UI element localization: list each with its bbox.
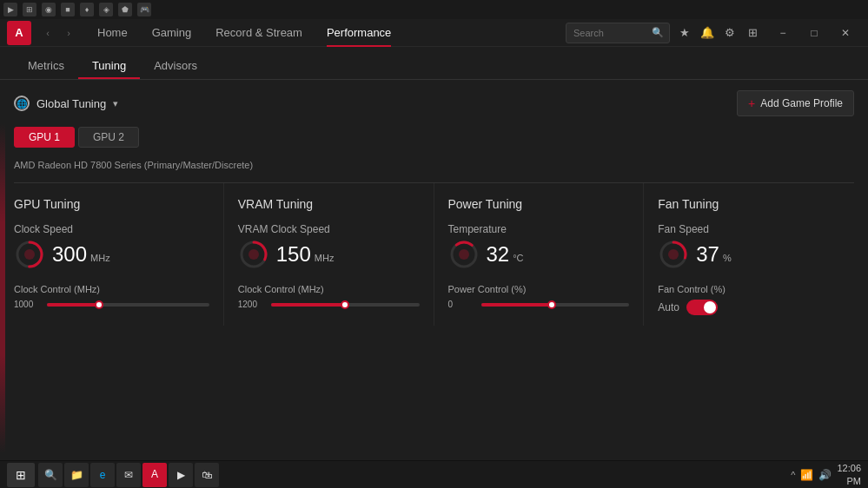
power-control-slider-thumb[interactable] bbox=[547, 300, 556, 309]
gpu-clock-unit: MHz bbox=[90, 253, 110, 263]
taskbar-app-amd[interactable]: A bbox=[142, 463, 167, 487]
gpu-clock-speed-row: 300 MHz bbox=[14, 239, 209, 270]
gpu-clock-slider-min: 1000 bbox=[14, 300, 42, 309]
chevron-down-icon: ▾ bbox=[113, 98, 118, 109]
nav-gaming[interactable]: Gaming bbox=[140, 19, 204, 47]
fan-toggle-row: Auto bbox=[658, 300, 840, 315]
power-temp-gauge bbox=[448, 239, 480, 270]
fan-auto-label: Auto bbox=[658, 301, 679, 313]
fan-tuning-section: Fan Tuning Fan Speed 37 % bbox=[644, 183, 854, 326]
taskbar-app-files[interactable]: 📁 bbox=[64, 463, 89, 487]
sub-nav: Metrics Tuning Advisors bbox=[0, 47, 868, 80]
power-temp-label: Temperature bbox=[448, 223, 630, 235]
settings-icon[interactable]: ⚙ bbox=[720, 23, 739, 43]
vram-clock-slider-min: 1200 bbox=[238, 300, 266, 309]
top-icon-8: 🎮 bbox=[137, 3, 151, 16]
power-control-slider-min: 0 bbox=[448, 300, 476, 309]
search-box[interactable]: 🔍 bbox=[566, 23, 670, 43]
top-icon-2: ⊞ bbox=[23, 3, 36, 16]
system-clock: 12:06 PM bbox=[837, 462, 861, 487]
gpu-tab-2[interactable]: GPU 2 bbox=[78, 127, 139, 148]
scroll-accent bbox=[0, 123, 5, 453]
vram-clock-control-row: Clock Control (MHz) bbox=[238, 284, 420, 294]
fan-speed-label: Fan Speed bbox=[658, 223, 840, 235]
gpu-tuning-section: GPU Tuning Clock Speed 300 MHz bbox=[14, 183, 224, 326]
vram-tuning-section: VRAM Tuning VRAM Clock Speed 150 MHz bbox=[224, 183, 434, 326]
top-icon-7: ⬟ bbox=[118, 3, 132, 16]
vram-clock-value: 150 bbox=[276, 244, 311, 265]
power-control-slider-fill bbox=[481, 303, 553, 307]
vram-clock-slider-track[interactable] bbox=[271, 303, 420, 307]
vram-clock-speed-label: VRAM Clock Speed bbox=[238, 223, 420, 235]
vram-tuning-title: VRAM Tuning bbox=[238, 197, 420, 211]
fan-speed-value: 37 bbox=[696, 244, 719, 265]
toolbar-icons: ★ 🔔 ⚙ ⊞ bbox=[675, 23, 762, 43]
vram-clock-slider-fill bbox=[271, 303, 345, 307]
fan-control-toggle[interactable] bbox=[686, 300, 718, 315]
gpu-name-label: AMD Radeon HD 7800 Series (Primary/Maste… bbox=[14, 160, 854, 170]
search-input[interactable] bbox=[573, 28, 652, 38]
power-control-label: Power Control (%) bbox=[448, 284, 527, 294]
add-game-profile-button[interactable]: + Add Game Profile bbox=[737, 90, 854, 116]
top-icon-1: ▶ bbox=[3, 3, 17, 16]
bookmark-icon[interactable]: ★ bbox=[675, 23, 694, 43]
global-tuning-label: Global Tuning bbox=[36, 97, 106, 110]
subnav-advisors[interactable]: Advisors bbox=[140, 59, 211, 79]
gpu-clock-control-label: Clock Control (MHz) bbox=[14, 284, 100, 294]
minimize-button[interactable]: − bbox=[767, 21, 798, 45]
power-control-row: Power Control (%) bbox=[448, 284, 630, 294]
power-tuning-title: Power Tuning bbox=[448, 197, 630, 211]
gpu-clock-slider-container[interactable]: 1000 bbox=[14, 300, 209, 309]
clock-time: 12:06 bbox=[837, 462, 861, 474]
power-control-slider-track[interactable] bbox=[481, 303, 630, 307]
svg-point-8 bbox=[459, 249, 469, 260]
subnav-metrics[interactable]: Metrics bbox=[14, 59, 78, 79]
nav-home[interactable]: Home bbox=[85, 19, 140, 47]
taskbar-app-media[interactable]: ▶ bbox=[169, 463, 193, 487]
taskbar-apps: 🔍 📁 e ✉ A ▶ 🛍 bbox=[38, 463, 787, 487]
maximize-button[interactable]: □ bbox=[798, 21, 830, 45]
vram-clock-slider-thumb[interactable] bbox=[341, 300, 349, 309]
nav-record-stream[interactable]: Record & Stream bbox=[203, 19, 315, 47]
gpu-clock-slider-thumb[interactable] bbox=[95, 300, 103, 309]
power-temp-row: 32 °C bbox=[448, 239, 630, 270]
taskbar-app-mail[interactable]: ✉ bbox=[116, 463, 141, 487]
start-button[interactable]: ⊞ bbox=[7, 463, 35, 487]
notification-icon[interactable]: 🔔 bbox=[698, 23, 717, 43]
subnav-tuning[interactable]: Tuning bbox=[78, 59, 140, 79]
power-temp-value: 32 bbox=[487, 244, 510, 265]
global-tuning-selector[interactable]: 🌐 Global Tuning ▾ bbox=[14, 96, 118, 111]
svg-point-11 bbox=[668, 249, 679, 260]
tray-icon-volume: 🔊 bbox=[818, 469, 832, 481]
power-control-slider-container[interactable]: 0 bbox=[448, 300, 630, 309]
fan-speed-row: 37 % bbox=[658, 239, 840, 270]
top-icon-4: ■ bbox=[61, 3, 75, 16]
taskbar-bottom: ⊞ 🔍 📁 e ✉ A ▶ 🛍 ^ 📶 🔊 12:06 PM bbox=[0, 460, 868, 488]
taskbar-app-search[interactable]: 🔍 bbox=[38, 463, 63, 487]
grid-icon[interactable]: ⊞ bbox=[743, 23, 762, 43]
fan-speed-unit: % bbox=[723, 253, 732, 263]
gpu-clock-slider-fill bbox=[47, 303, 99, 307]
close-button[interactable]: ✕ bbox=[830, 21, 861, 45]
svg-point-5 bbox=[248, 249, 259, 260]
top-icon-3: ◉ bbox=[42, 3, 56, 16]
clock-ampm: PM bbox=[837, 475, 861, 487]
gpu-clock-slider-track[interactable] bbox=[47, 303, 209, 307]
fan-control-label-row: Fan Control (%) bbox=[658, 284, 840, 294]
tuning-grid: GPU Tuning Clock Speed 300 MHz bbox=[14, 182, 854, 326]
nav-back-button[interactable]: ‹ bbox=[38, 23, 57, 43]
top-icon-5: ♦ bbox=[80, 3, 94, 16]
nav-forward-button[interactable]: › bbox=[59, 23, 78, 43]
fan-control-label: Fan Control (%) bbox=[658, 284, 726, 294]
taskbar-app-store[interactable]: 🛍 bbox=[195, 463, 219, 487]
fan-toggle-knob bbox=[704, 301, 716, 313]
nav-performance[interactable]: Performance bbox=[315, 19, 403, 47]
power-temp-unit: °C bbox=[513, 253, 523, 263]
add-game-profile-label: Add Game Profile bbox=[760, 97, 843, 109]
tray-icon-network: 📶 bbox=[800, 469, 813, 481]
search-icon[interactable]: 🔍 bbox=[652, 27, 664, 38]
taskbar-app-ie[interactable]: e bbox=[90, 463, 115, 487]
nav-arrows: ‹ › bbox=[38, 23, 78, 43]
vram-clock-slider-container[interactable]: 1200 bbox=[238, 300, 420, 309]
gpu-tab-1[interactable]: GPU 1 bbox=[14, 127, 75, 148]
